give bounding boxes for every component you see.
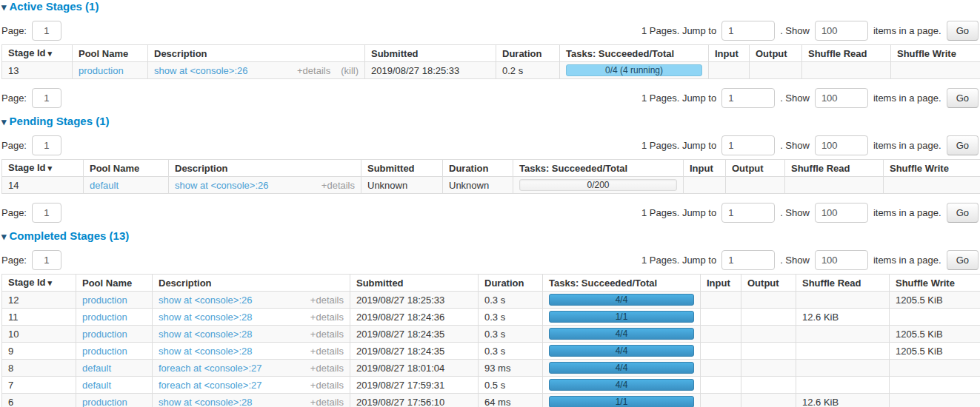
tasks-cell: 4/4 [543, 343, 701, 360]
col-header-duration[interactable]: Duration [496, 45, 560, 62]
col-header-shuffle-read[interactable]: Shuffle Read [802, 45, 891, 62]
page-number-input[interactable] [32, 135, 61, 155]
jump-to-page-input[interactable] [721, 203, 775, 223]
description-cell: +detailsshow at <console>:28 [153, 326, 350, 343]
pool-name-link[interactable]: production [82, 295, 127, 306]
details-link[interactable]: +details [310, 346, 344, 357]
active-stages-heading[interactable]: ▾Active Stages (1) [1, 1, 979, 13]
description-actions: +details [300, 380, 344, 391]
tasks-progress-bar: 4/4 [549, 362, 694, 374]
col-header-shuffle-read[interactable]: Shuffle Read [785, 160, 884, 177]
jump-to-page-input[interactable] [721, 135, 775, 155]
col-header-shuffle-write[interactable]: Shuffle Write [890, 275, 980, 292]
page-number-input[interactable] [32, 250, 61, 270]
col-header-pool-name[interactable]: Pool Name [76, 275, 153, 292]
col-header-stage-id[interactable]: Stage Id▾ [2, 275, 76, 292]
output-cell [741, 292, 796, 309]
description-link[interactable]: foreach at <console>:27 [159, 380, 262, 391]
details-link[interactable]: +details [310, 329, 344, 340]
pool-name-link[interactable]: production [82, 346, 127, 357]
show-label: . Show [780, 92, 810, 104]
details-link[interactable]: +details [321, 180, 355, 191]
show-items-input[interactable] [815, 250, 868, 270]
show-items-input[interactable] [815, 135, 868, 155]
pool-name-link[interactable]: production [82, 397, 127, 407]
section-title: Pending Stages (1) [10, 115, 110, 127]
description-link[interactable]: show at <console>:28 [159, 346, 252, 357]
details-link[interactable]: +details [310, 312, 344, 323]
col-header-tasks-succeeded-total[interactable]: Tasks: Succeeded/Total [560, 45, 709, 62]
col-header-shuffle-write[interactable]: Shuffle Write [891, 45, 980, 62]
pool-name-link[interactable]: production [82, 329, 127, 340]
shuffle-read-cell [796, 326, 890, 343]
jump-to-page-input[interactable] [721, 21, 775, 41]
tasks-progress-bar: 4/4 [549, 345, 694, 357]
pending-stages-heading[interactable]: ▾Pending Stages (1) [1, 115, 979, 128]
col-header-output[interactable]: Output [741, 275, 796, 292]
col-header-description[interactable]: Description [169, 160, 361, 177]
show-items-input[interactable] [815, 21, 868, 41]
pool-name-link[interactable]: production [79, 65, 124, 76]
col-header-shuffle-read[interactable]: Shuffle Read [796, 275, 890, 292]
go-button[interactable]: Go [947, 250, 979, 270]
details-link[interactable]: +details [310, 363, 344, 374]
col-header-input[interactable]: Input [709, 45, 750, 62]
col-header-stage-id[interactable]: Stage Id▾ [2, 45, 73, 62]
duration-cell: 0.5 s [479, 377, 543, 394]
go-button[interactable]: Go [947, 21, 979, 41]
description-link[interactable]: show at <console>:28 [159, 312, 252, 323]
description-link[interactable]: show at <console>:26 [175, 180, 268, 191]
col-header-stage-id[interactable]: Stage Id▾ [2, 160, 84, 177]
col-header-submitted[interactable]: Submitted [350, 275, 479, 292]
details-link[interactable]: +details [310, 295, 344, 306]
pool-name-link[interactable]: default [90, 180, 119, 191]
col-header-description[interactable]: Description [148, 45, 365, 62]
tasks-progress-label: 0/200 [587, 180, 609, 190]
col-header-pool-name[interactable]: Pool Name [73, 45, 148, 62]
col-header-output[interactable]: Output [726, 160, 785, 177]
col-header-description[interactable]: Description [153, 275, 350, 292]
go-button[interactable]: Go [947, 135, 979, 155]
description-link[interactable]: foreach at <console>:27 [159, 363, 262, 374]
show-items-input[interactable] [815, 88, 868, 108]
details-link[interactable]: +details [310, 397, 344, 407]
col-header-input[interactable]: Input [684, 160, 726, 177]
col-header-output[interactable]: Output [750, 45, 802, 62]
col-header-submitted[interactable]: Submitted [365, 45, 496, 62]
caret-down-icon: ▾ [1, 1, 7, 13]
details-link[interactable]: +details [297, 65, 330, 76]
pool-name-link[interactable]: default [82, 363, 111, 374]
completed-stages-heading[interactable]: ▾Completed Stages (13) [1, 230, 979, 243]
col-header-pool-name[interactable]: Pool Name [84, 160, 169, 177]
tasks-progress-label: 4/4 [616, 329, 628, 339]
kill-link[interactable]: (kill) [341, 65, 359, 76]
description-link[interactable]: show at <console>:28 [159, 397, 252, 407]
pool-name-link[interactable]: production [82, 312, 127, 323]
col-header-tasks-succeeded-total[interactable]: Tasks: Succeeded/Total [513, 160, 684, 177]
col-header-label: Tasks: Succeeded/Total [519, 163, 627, 174]
pool-name-link[interactable]: default [82, 380, 111, 391]
stage-id-cell: 11 [2, 309, 76, 326]
pool-name-cell: production [76, 309, 153, 326]
col-header-input[interactable]: Input [701, 275, 741, 292]
col-header-tasks-succeeded-total[interactable]: Tasks: Succeeded/Total [543, 275, 701, 292]
description-actions: +details [300, 363, 344, 374]
page-number-input[interactable] [32, 21, 61, 41]
details-link[interactable]: +details [310, 380, 344, 391]
description-actions: +details [300, 312, 344, 323]
jump-to-page-input[interactable] [721, 250, 775, 270]
go-button[interactable]: Go [947, 88, 979, 108]
jump-to-page-input[interactable] [721, 88, 775, 108]
description-link[interactable]: show at <console>:26 [159, 295, 252, 306]
show-items-input[interactable] [815, 203, 868, 223]
col-header-submitted[interactable]: Submitted [361, 160, 443, 177]
tasks-progress-label: 4/4 [616, 295, 628, 305]
page-number-input[interactable] [32, 88, 61, 108]
description-link[interactable]: show at <console>:26 [154, 65, 247, 76]
col-header-shuffle-write[interactable]: Shuffle Write [884, 160, 980, 177]
page-number-input[interactable] [32, 203, 61, 223]
go-button[interactable]: Go [947, 203, 979, 223]
col-header-duration[interactable]: Duration [443, 160, 513, 177]
col-header-duration[interactable]: Duration [479, 275, 543, 292]
description-link[interactable]: show at <console>:28 [159, 329, 252, 340]
